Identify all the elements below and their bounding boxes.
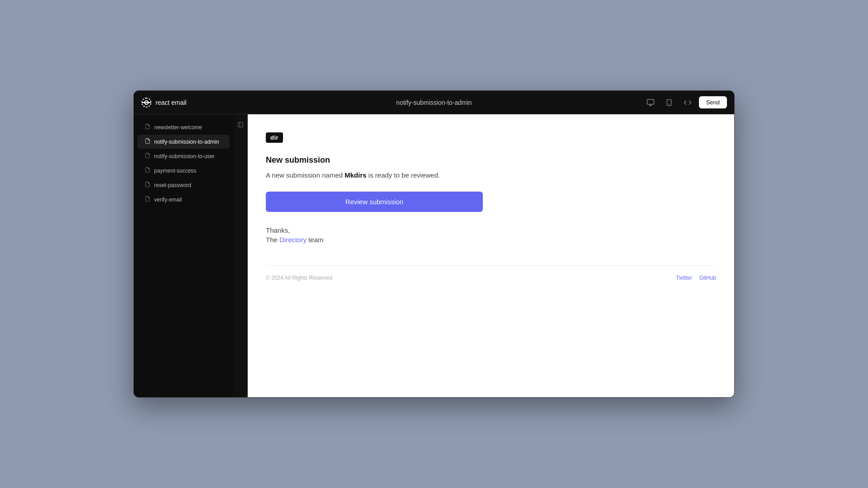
mobile-view-button[interactable] xyxy=(662,96,676,109)
top-bar-right: Send xyxy=(618,96,727,109)
file-icon xyxy=(145,181,151,189)
code-icon xyxy=(684,99,692,107)
sidebar-label-payment-success: payment-success xyxy=(154,168,196,174)
sidebar-item-verify-email[interactable]: verify-email xyxy=(137,192,230,206)
desktop-view-button[interactable] xyxy=(643,96,658,109)
app-title: react email xyxy=(156,99,186,106)
sidebar-label-newsletter-welcome: newsletter-welcome xyxy=(154,124,202,131)
sidebar-label-reset-password: reset-password xyxy=(154,182,191,188)
directory-link[interactable]: Directory xyxy=(279,236,307,244)
file-icon xyxy=(145,196,151,203)
footer-twitter-link[interactable]: Twitter xyxy=(676,275,692,281)
submission-name: Mkdirs xyxy=(344,171,366,179)
file-icon xyxy=(145,138,151,145)
mobile-icon xyxy=(665,99,673,107)
sidebar: newsletter-welcome notify-submission-to-… xyxy=(134,114,233,397)
file-icon xyxy=(145,123,151,131)
email-team: The Directory team xyxy=(266,236,716,244)
footer-github-link[interactable]: GitHub xyxy=(699,275,716,281)
top-bar: react email notify-submission-to-admin xyxy=(134,91,734,114)
top-bar-left: react email xyxy=(141,97,250,108)
toggle-panel-icon xyxy=(237,122,244,128)
top-bar-center: notify-submission-to-admin xyxy=(250,99,618,106)
email-thanks: Thanks, xyxy=(266,225,716,236)
body-prefix: A new submission named xyxy=(266,171,344,179)
desktop-icon xyxy=(646,99,655,107)
sidebar-label-verify-email: verify-email xyxy=(154,197,182,203)
email-preview: dir New submission A new submission name… xyxy=(248,114,734,397)
body-suffix: is ready to be reviewed. xyxy=(367,171,440,179)
email-heading: New submission xyxy=(266,155,716,165)
main-layout: newsletter-welcome notify-submission-to-… xyxy=(134,114,734,397)
file-icon xyxy=(145,152,151,160)
footer-links: Twitter GitHub xyxy=(676,275,716,281)
email-content-area: dir New submission A new submission name… xyxy=(248,114,734,397)
sidebar-label-notify-submission-to-admin: notify-submission-to-admin xyxy=(154,139,219,145)
sidebar-item-notify-submission-to-user[interactable]: notify-submission-to-user xyxy=(137,149,230,163)
react-email-logo-icon xyxy=(141,97,152,108)
review-submission-button[interactable]: Review submission xyxy=(266,192,483,212)
sidebar-toggle-button[interactable] xyxy=(236,120,245,131)
sidebar-toggle-area xyxy=(233,114,248,397)
team-suffix: team xyxy=(307,236,324,244)
email-logo: dir xyxy=(266,132,283,143)
email-body-text: A new submission named Mkdirs is ready t… xyxy=(266,170,716,181)
sidebar-item-reset-password[interactable]: reset-password xyxy=(137,178,230,192)
sidebar-item-notify-submission-to-admin[interactable]: notify-submission-to-admin xyxy=(137,135,230,149)
file-icon xyxy=(145,167,151,174)
code-view-button[interactable] xyxy=(680,96,695,109)
logo-dir-text: dir xyxy=(270,134,278,141)
svg-rect-2 xyxy=(647,99,654,104)
sidebar-item-payment-success[interactable]: payment-success xyxy=(137,164,230,178)
sidebar-item-newsletter-welcome[interactable]: newsletter-welcome xyxy=(137,120,230,134)
app-window: react email notify-submission-to-admin xyxy=(133,90,735,398)
footer-copyright: © 2024 All Rights Reserved. xyxy=(266,275,334,281)
send-button[interactable]: Send xyxy=(699,96,727,108)
file-title: notify-submission-to-admin xyxy=(396,99,472,106)
email-footer: © 2024 All Rights Reserved. Twitter GitH… xyxy=(266,265,716,281)
sidebar-label-notify-submission-to-user: notify-submission-to-user xyxy=(154,153,215,160)
team-prefix: The xyxy=(266,236,279,244)
svg-rect-7 xyxy=(238,122,243,127)
